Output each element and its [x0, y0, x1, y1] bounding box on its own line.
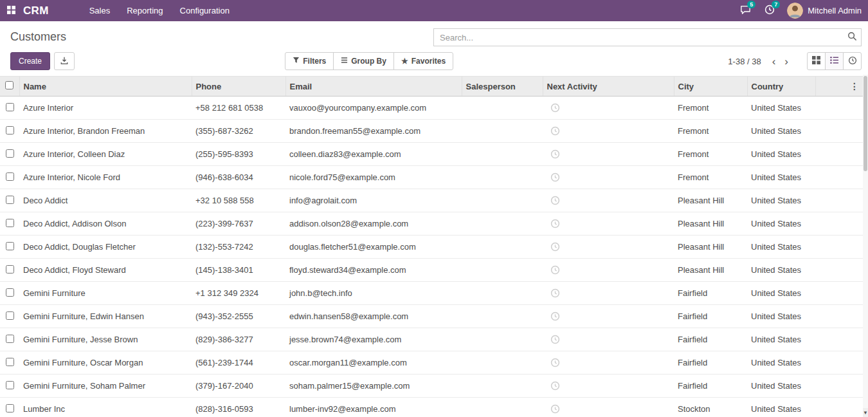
- cell-country[interactable]: United States: [747, 212, 815, 236]
- cell-name[interactable]: Gemini Furniture, Soham Palmer: [19, 375, 192, 398]
- table-row[interactable]: Lumber Inc(828)-316-0593lumber-inv92@exa…: [0, 398, 863, 417]
- cell-salesperson[interactable]: [462, 282, 543, 305]
- cell-next-activity[interactable]: [543, 305, 674, 328]
- cell-phone[interactable]: +58 212 681 0538: [192, 97, 285, 120]
- optional-columns-button[interactable]: ⋮: [815, 77, 863, 97]
- menu-reporting[interactable]: Reporting: [118, 0, 171, 21]
- messages-button[interactable]: 5: [733, 0, 757, 21]
- cell-email[interactable]: vauxoo@yourcompany.example.com: [285, 97, 462, 120]
- cell-next-activity[interactable]: [543, 212, 674, 236]
- table-row[interactable]: Deco Addict, Douglas Fletcher(132)-553-7…: [0, 236, 863, 259]
- column-header-next-activity[interactable]: Next Activity: [543, 77, 674, 97]
- cell-salesperson[interactable]: [462, 236, 543, 259]
- group-by-button[interactable]: Group By: [333, 52, 394, 70]
- cell-country[interactable]: United States: [747, 351, 815, 375]
- cell-next-activity[interactable]: [543, 282, 674, 305]
- cell-city[interactable]: Fremont: [674, 166, 747, 189]
- table-row[interactable]: Azure Interior+58 212 681 0538vauxoo@you…: [0, 97, 863, 120]
- cell-salesperson[interactable]: [462, 189, 543, 212]
- create-button[interactable]: Create: [10, 52, 50, 70]
- vertical-scrollbar[interactable]: ▼: [863, 75, 868, 417]
- cell-name[interactable]: Lumber Inc: [19, 398, 192, 417]
- cell-phone[interactable]: (355)-687-3262: [192, 120, 285, 143]
- column-header-email[interactable]: Email: [285, 77, 462, 97]
- cell-salesperson[interactable]: [462, 351, 543, 375]
- table-row[interactable]: Gemini Furniture, Jesse Brown(829)-386-3…: [0, 328, 863, 351]
- cell-name[interactable]: Gemini Furniture, Jesse Brown: [19, 328, 192, 351]
- cell-email[interactable]: douglas.fletcher51@example.com: [285, 236, 462, 259]
- cell-email[interactable]: brandon.freeman55@example.com: [285, 120, 462, 143]
- apps-menu-button[interactable]: [0, 0, 22, 21]
- column-header-phone[interactable]: Phone: [192, 77, 285, 97]
- menu-sales[interactable]: Sales: [81, 0, 119, 21]
- row-checkbox[interactable]: [6, 381, 14, 389]
- cell-next-activity[interactable]: [543, 166, 674, 189]
- cell-city[interactable]: Pleasant Hill: [674, 189, 747, 212]
- cell-country[interactable]: United States: [747, 97, 815, 120]
- cell-next-activity[interactable]: [543, 97, 674, 120]
- user-menu[interactable]: Mitchell Admin: [782, 3, 868, 19]
- cell-name[interactable]: Deco Addict, Douglas Fletcher: [19, 236, 192, 259]
- cell-phone[interactable]: (943)-352-2555: [192, 305, 285, 328]
- cell-salesperson[interactable]: [462, 212, 543, 236]
- cell-name[interactable]: Azure Interior, Brandon Freeman: [19, 120, 192, 143]
- cell-city[interactable]: Fairfield: [674, 305, 747, 328]
- cell-city[interactable]: Fairfield: [674, 282, 747, 305]
- cell-phone[interactable]: (255)-595-8393: [192, 143, 285, 166]
- cell-next-activity[interactable]: [543, 236, 674, 259]
- select-all-checkbox[interactable]: [5, 81, 14, 89]
- cell-next-activity[interactable]: [543, 259, 674, 282]
- pager-next-button[interactable]: ›: [780, 56, 793, 67]
- cell-next-activity[interactable]: [543, 328, 674, 351]
- cell-name[interactable]: Gemini Furniture, Edwin Hansen: [19, 305, 192, 328]
- cell-salesperson[interactable]: [462, 166, 543, 189]
- cell-name[interactable]: Azure Interior: [19, 97, 192, 120]
- cell-email[interactable]: nicole.ford75@example.com: [285, 166, 462, 189]
- cell-phone[interactable]: (145)-138-3401: [192, 259, 285, 282]
- cell-email[interactable]: soham.palmer15@example.com: [285, 375, 462, 398]
- favorites-button[interactable]: ★ Favorites: [393, 52, 453, 70]
- cell-city[interactable]: Pleasant Hill: [674, 236, 747, 259]
- activity-view-button[interactable]: [843, 52, 862, 70]
- cell-phone[interactable]: (946)-638-6034: [192, 166, 285, 189]
- cell-country[interactable]: United States: [747, 166, 815, 189]
- cell-next-activity[interactable]: [543, 120, 674, 143]
- table-row[interactable]: Gemini Furniture, Oscar Morgan(561)-239-…: [0, 351, 863, 375]
- cell-city[interactable]: Fremont: [674, 120, 747, 143]
- pager-previous-button[interactable]: ‹: [768, 56, 781, 67]
- cell-country[interactable]: United States: [747, 259, 815, 282]
- search-input[interactable]: [434, 33, 843, 42]
- row-checkbox[interactable]: [6, 335, 14, 343]
- cell-name[interactable]: Deco Addict, Addison Olson: [19, 212, 192, 236]
- cell-country[interactable]: United States: [747, 236, 815, 259]
- kanban-view-button[interactable]: [807, 52, 826, 70]
- cell-salesperson[interactable]: [462, 398, 543, 417]
- column-header-city[interactable]: City: [674, 77, 747, 97]
- cell-salesperson[interactable]: [462, 143, 543, 166]
- menu-configuration[interactable]: Configuration: [172, 0, 238, 21]
- table-row[interactable]: Azure Interior, Nicole Ford(946)-638-603…: [0, 166, 863, 189]
- cell-city[interactable]: Stockton: [674, 398, 747, 417]
- activities-button[interactable]: 7: [757, 0, 782, 21]
- row-checkbox[interactable]: [6, 242, 14, 250]
- row-checkbox[interactable]: [6, 288, 14, 297]
- row-checkbox[interactable]: [6, 126, 14, 134]
- cell-name[interactable]: Deco Addict, Floyd Steward: [19, 259, 192, 282]
- app-title[interactable]: CRM: [22, 5, 58, 17]
- row-checkbox[interactable]: [6, 404, 14, 412]
- search-button[interactable]: [843, 29, 861, 46]
- cell-city[interactable]: Pleasant Hill: [674, 212, 747, 236]
- export-button[interactable]: [54, 52, 75, 70]
- table-row[interactable]: Azure Interior, Colleen Diaz(255)-595-83…: [0, 143, 863, 166]
- cell-phone[interactable]: (379)-167-2040: [192, 375, 285, 398]
- scroll-down-arrow[interactable]: ▼: [863, 408, 868, 417]
- cell-phone[interactable]: (828)-316-0593: [192, 398, 285, 417]
- row-checkbox[interactable]: [6, 172, 14, 181]
- cell-next-activity[interactable]: [543, 375, 674, 398]
- cell-country[interactable]: United States: [747, 375, 815, 398]
- cell-email[interactable]: oscar.morgan11@example.com: [285, 351, 462, 375]
- cell-next-activity[interactable]: [543, 398, 674, 417]
- cell-email[interactable]: floyd.steward34@example.com: [285, 259, 462, 282]
- cell-city[interactable]: Fairfield: [674, 375, 747, 398]
- row-checkbox[interactable]: [6, 219, 14, 227]
